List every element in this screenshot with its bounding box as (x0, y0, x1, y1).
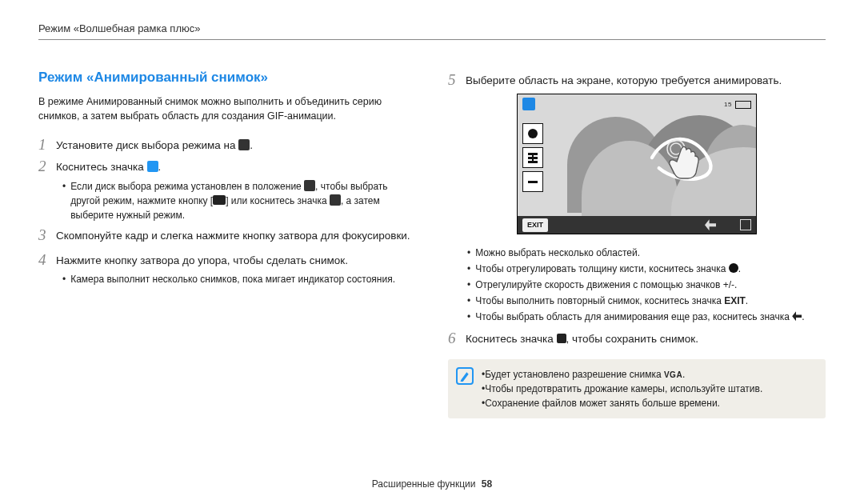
tip-list: •Будет установлено разрешение снимка VGA… (482, 367, 762, 410)
save-icon[interactable] (740, 219, 751, 230)
status-area: 15 (724, 98, 751, 112)
t: , чтобы сохранить снимок. (566, 333, 698, 345)
note-text: Чтобы выбрать область для анимирования е… (475, 310, 804, 324)
note-icon (456, 367, 474, 385)
step-body: Коснитесь значка , чтобы сохранить снимо… (466, 330, 826, 347)
t: Если диск выбора режима установлен в пол… (70, 181, 304, 192)
step-number: 4 (38, 252, 56, 269)
speed-plus-button[interactable] (522, 147, 543, 168)
brush-size-icon (729, 263, 738, 273)
step-2: 2 Коснитесь значка . (38, 158, 416, 175)
list-item: •Чтобы отрегулировать толщину кисти, кос… (467, 262, 826, 276)
t: . (682, 369, 685, 380)
tip-text: Чтобы предотвратить дрожание камеры, исп… (485, 383, 762, 394)
intro-text: В режиме Анимированный снимок можно выпо… (38, 94, 416, 125)
t: Будет установлено разрешение снимка (485, 369, 664, 380)
list-item: • Если диск выбора режима установлен в п… (62, 179, 416, 222)
screenshot-topbar: 15 (522, 98, 751, 112)
step-number: 3 (38, 227, 56, 244)
step-4: 4 Нажмите кнопку затвора до упора, чтобы… (38, 252, 416, 269)
step-5: 5 Выберите область на экране, которую тр… (448, 72, 826, 89)
note-text: Отрегулируйте скорость движения с помощь… (475, 278, 737, 292)
step-3: 3 Скомпонуйте кадр и слегка нажмите кноп… (38, 227, 416, 244)
step-body: Нажмите кнопку затвора до упора, чтобы с… (56, 252, 416, 269)
step-text: Коснитесь значка (56, 161, 147, 173)
exit-label: EXIT (724, 295, 746, 306)
t: ] или коснитесь значка (226, 195, 330, 206)
undo-icon (792, 311, 802, 321)
note-text: Чтобы отрегулировать толщину кисти, косн… (475, 262, 741, 276)
exit-button[interactable]: EXIT (522, 218, 548, 233)
step-body: Выберите область на экране, которую треб… (466, 72, 826, 89)
step-number: 5 (448, 72, 466, 89)
page-number: 58 (482, 478, 492, 490)
touch-hand-icon (665, 138, 708, 186)
vga-label: VGA (664, 370, 682, 379)
animated-photo-icon (147, 161, 158, 172)
step-body: Установите диск выбора режима на . (56, 137, 416, 154)
mode-dial-icon (330, 194, 341, 206)
counter-text: 15 (724, 100, 732, 110)
screenshot-bottombar: EXIT (518, 216, 756, 234)
back-button-icon (213, 195, 226, 205)
mode-dial-icon (238, 139, 250, 150)
step-text: . (158, 161, 162, 173)
list-item: •Чтобы предотвратить дрожание камеры, ис… (482, 382, 762, 396)
speed-minus-button[interactable] (522, 171, 543, 192)
step-body: Коснитесь значка . (56, 158, 416, 175)
tip-text: Сохранение файлов может занять больше вр… (485, 398, 720, 409)
content-columns: Режим «Анимированный снимок» В режиме Ан… (38, 67, 826, 418)
t: Коснитесь значка (466, 333, 557, 345)
tip-box: •Будет установлено разрешение снимка VGA… (448, 359, 826, 418)
undo-icon[interactable] (705, 219, 716, 230)
save-icon (557, 334, 566, 343)
step-body: Скомпонуйте кадр и слегка нажмите кнопку… (56, 227, 416, 244)
step-1: 1 Установите диск выбора режима на . (38, 137, 416, 154)
left-column: Режим «Анимированный снимок» В режиме Ан… (38, 67, 416, 418)
section-title: Режим «Анимированный снимок» (38, 67, 416, 88)
list-item: •Чтобы выполнить повторный снимок, косни… (467, 294, 826, 308)
list-item: •Будет установлено разрешение снимка VGA… (482, 367, 762, 382)
step-4-notes: • Камера выполнит несколько снимков, пок… (62, 272, 416, 286)
mode-badge-icon (522, 98, 535, 110)
bullet-dot: • (62, 179, 66, 194)
step-number: 6 (448, 330, 466, 347)
breadcrumb: Режим «Волшебная рамка плюс» (38, 22, 826, 34)
step-5-notes: •Можно выбрать несколько областей. •Чтоб… (467, 246, 826, 324)
brush-size-button[interactable] (522, 123, 543, 144)
step-number: 1 (38, 137, 56, 154)
list-item: • Камера выполнит несколько снимков, пок… (62, 272, 416, 286)
brush-controls (522, 123, 543, 192)
device-screenshot: 15 EXIT (517, 94, 757, 234)
list-item: •Можно выбрать несколько областей. (467, 246, 826, 260)
footer-label: Расширенные функции (372, 478, 476, 490)
step-text: . (250, 139, 253, 151)
divider (38, 39, 826, 40)
bullet-dot: • (62, 272, 66, 286)
list-item: •Чтобы выбрать область для анимирования … (467, 310, 826, 324)
list-item: •Сохранение файлов может занять больше в… (482, 396, 762, 410)
note-text: Чтобы выполнить повторный снимок, коснит… (475, 294, 748, 308)
battery-icon (735, 101, 751, 109)
step-number: 2 (38, 158, 56, 175)
mode-dial-icon (304, 180, 315, 191)
step-text: Установите диск выбора режима на (56, 139, 238, 151)
note-text: Если диск выбора режима установлен в пол… (70, 179, 416, 222)
step-2-notes: • Если диск выбора режима установлен в п… (62, 179, 416, 222)
note-text: Камера выполнит несколько снимков, пока … (70, 272, 395, 286)
step-6: 6 Коснитесь значка , чтобы сохранить сни… (448, 330, 826, 347)
note-text: Можно выбрать несколько областей. (475, 246, 640, 260)
right-column: 5 Выберите область на экране, которую тр… (448, 67, 826, 418)
page-footer: Расширенные функции 58 (0, 478, 864, 490)
list-item: •Отрегулируйте скорость движения с помощ… (467, 278, 826, 292)
